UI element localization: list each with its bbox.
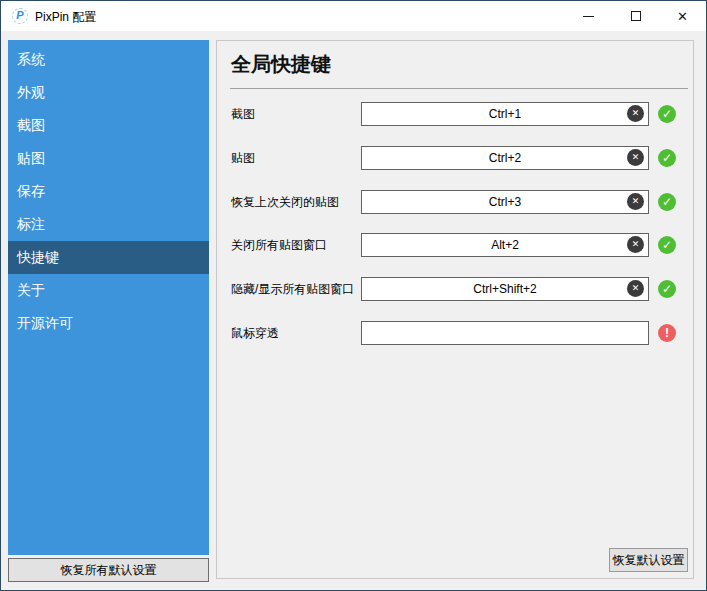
clear-icon[interactable]: ✕ <box>627 236 644 253</box>
sidebar-item-appearance[interactable]: 外观 <box>8 76 209 109</box>
hotkey-input-restore-last-pin[interactable] <box>361 190 649 214</box>
settings-sidebar: 系统 外观 截图 贴图 保存 标注 快捷键 关于 开源许可 <box>8 40 209 555</box>
clear-icon[interactable]: ✕ <box>627 149 644 166</box>
hotkey-input-wrap: ✕ <box>361 190 649 214</box>
hotkey-row: 关闭所有贴图窗口 ✕ ✓ <box>231 233 687 257</box>
hotkey-input-toggle-all-pins[interactable] <box>361 277 649 301</box>
sidebar-item-screenshot[interactable]: 截图 <box>8 109 209 142</box>
sidebar-item-hotkeys[interactable]: 快捷键 <box>8 241 209 274</box>
titlebar: P PixPin 配置 ✕ <box>1 1 706 31</box>
hotkey-label-pin: 贴图 <box>231 146 255 170</box>
sidebar-item-pin[interactable]: 贴图 <box>8 142 209 175</box>
reset-defaults-button[interactable]: 恢复默认设置 <box>609 548 688 572</box>
hotkey-input-mouse-through[interactable] <box>361 321 649 345</box>
clear-icon[interactable]: ✕ <box>627 105 644 122</box>
reset-all-defaults-button[interactable]: 恢复所有默认设置 <box>8 558 209 582</box>
hotkey-input-wrap: ✕ <box>361 146 649 170</box>
hotkey-label-toggle-all-pins: 隐藏/显示所有贴图窗口 <box>231 277 354 301</box>
window-title: PixPin 配置 <box>35 9 96 26</box>
valid-check-icon: ✓ <box>658 236 676 254</box>
clear-icon[interactable]: ✕ <box>627 280 644 297</box>
error-exclamation-icon: ! <box>658 324 676 342</box>
hotkey-input-wrap <box>361 321 649 345</box>
sidebar-item-save[interactable]: 保存 <box>8 175 209 208</box>
close-button[interactable]: ✕ <box>659 1 706 31</box>
hotkey-label-restore-last-pin: 恢复上次关闭的贴图 <box>231 190 339 214</box>
sidebar-item-about[interactable]: 关于 <box>8 274 209 307</box>
hotkey-label-screenshot: 截图 <box>231 102 255 126</box>
close-icon: ✕ <box>677 10 688 23</box>
hotkey-row: 贴图 ✕ ✓ <box>231 146 687 170</box>
clear-icon[interactable]: ✕ <box>627 193 644 210</box>
hotkey-input-close-all-pins[interactable] <box>361 233 649 257</box>
sidebar-item-system[interactable]: 系统 <box>8 43 209 76</box>
hotkey-input-screenshot[interactable] <box>361 102 649 126</box>
pixpin-config-window: P PixPin 配置 ✕ 系统 外观 截图 贴图 保存 标注 快捷键 关于 开… <box>0 0 707 591</box>
hotkey-input-wrap: ✕ <box>361 102 649 126</box>
hotkey-input-wrap: ✕ <box>361 277 649 301</box>
maximize-button[interactable] <box>612 1 659 31</box>
window-controls: ✕ <box>565 1 706 31</box>
heading-divider <box>230 88 688 89</box>
sidebar-item-open-source-license[interactable]: 开源许可 <box>8 307 209 340</box>
sidebar-item-annotate[interactable]: 标注 <box>8 208 209 241</box>
valid-check-icon: ✓ <box>658 193 676 211</box>
hotkey-row: 截图 ✕ ✓ <box>231 102 687 126</box>
page-title: 全局快捷键 <box>231 51 331 78</box>
hotkey-row: 鼠标穿透 ! <box>231 321 687 345</box>
valid-check-icon: ✓ <box>658 280 676 298</box>
app-logo-icon: P <box>12 8 28 24</box>
hotkey-input-wrap: ✕ <box>361 233 649 257</box>
hotkey-row: 隐藏/显示所有贴图窗口 ✕ ✓ <box>231 277 687 301</box>
hotkey-input-pin[interactable] <box>361 146 649 170</box>
valid-check-icon: ✓ <box>658 149 676 167</box>
valid-check-icon: ✓ <box>658 105 676 123</box>
minimize-icon <box>583 16 594 17</box>
hotkey-label-close-all-pins: 关闭所有贴图窗口 <box>231 233 327 257</box>
maximize-icon <box>631 11 641 21</box>
hotkey-row: 恢复上次关闭的贴图 ✕ ✓ <box>231 190 687 214</box>
hotkeys-panel: 全局快捷键 截图 ✕ ✓ 贴图 ✕ ✓ 恢复上次关闭的贴图 ✕ <box>216 40 694 579</box>
hotkey-label-mouse-through: 鼠标穿透 <box>231 321 279 345</box>
minimize-button[interactable] <box>565 1 612 31</box>
